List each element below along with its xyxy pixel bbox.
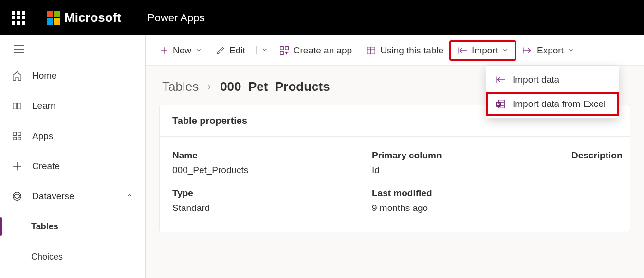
toolbar-label: New <box>173 45 191 56</box>
sidebar-item-label: Learn <box>32 101 56 111</box>
label-name: Name <box>172 145 372 162</box>
plus-icon <box>159 46 169 55</box>
microsoft-logo-icon <box>47 11 60 25</box>
sidebar: Home Learn Apps Create Dataverse <box>0 35 146 278</box>
import-data-option[interactable]: Import data <box>486 68 619 92</box>
export-button[interactable]: Export <box>515 41 581 60</box>
export-icon <box>522 46 533 55</box>
sidebar-item-label: Home <box>32 70 57 81</box>
grid-icon <box>12 131 22 141</box>
import-icon <box>457 46 468 55</box>
sidebar-item-label: Create <box>32 161 60 172</box>
sidebar-item-dataverse[interactable]: Dataverse <box>0 181 145 211</box>
sidebar-item-label: Tables <box>31 222 58 232</box>
svg-rect-6 <box>18 137 21 140</box>
plus-icon <box>12 161 22 172</box>
svg-rect-5 <box>13 137 16 140</box>
edit-split-button[interactable] <box>252 42 272 58</box>
label-last-modified: Last modified <box>372 183 571 200</box>
svg-rect-14 <box>280 51 283 54</box>
import-icon <box>495 75 506 85</box>
import-button[interactable]: Import <box>450 41 515 60</box>
sidebar-item-label: Apps <box>32 131 53 141</box>
excel-icon <box>495 99 506 109</box>
svg-rect-17 <box>367 47 375 54</box>
toolbar-label: Edit <box>229 45 245 56</box>
toolbar-label: Create an app <box>294 45 352 56</box>
import-excel-option[interactable]: Import data from Excel <box>486 92 619 116</box>
svg-rect-13 <box>285 46 288 49</box>
sidebar-item-label: Choices <box>31 252 63 262</box>
app-launcher-icon[interactable] <box>12 11 25 25</box>
svg-rect-4 <box>18 132 21 135</box>
chevron-down-icon <box>195 45 202 56</box>
sidebar-item-learn[interactable]: Learn <box>0 91 145 121</box>
new-button[interactable]: New <box>152 41 209 60</box>
label-description: Description <box>571 145 623 162</box>
chevron-up-icon <box>126 191 133 202</box>
value-name: 000_Pet_Products <box>172 165 372 180</box>
edit-button[interactable]: Edit <box>209 41 252 60</box>
sidebar-item-choices[interactable]: Choices <box>0 242 145 272</box>
dropdown-item-label: Import data from Excel <box>513 99 606 109</box>
command-bar: New Edit Create an app <box>146 35 644 66</box>
chevron-down-icon <box>502 45 509 56</box>
toolbar-label: Using this table <box>380 45 443 56</box>
label-primary-column: Primary column <box>372 145 571 162</box>
svg-rect-3 <box>13 132 16 135</box>
value-type: Standard <box>172 203 372 218</box>
import-dropdown: Import data Import data from Excel <box>486 66 619 118</box>
breadcrumb-current: 000_Pet_Products <box>220 79 330 94</box>
sidebar-item-create[interactable]: Create <box>0 151 145 181</box>
chevron-right-icon <box>205 79 213 94</box>
book-icon <box>12 101 22 111</box>
chevron-down-icon <box>568 45 574 56</box>
content-area: New Edit Create an app <box>146 35 644 278</box>
create-app-icon <box>279 45 290 56</box>
value-primary-column: Id <box>372 165 571 180</box>
label-type: Type <box>172 183 372 200</box>
toolbar-label: Export <box>537 45 564 56</box>
global-header: Microsoft Power Apps <box>0 0 644 35</box>
chevron-down-icon <box>256 46 268 54</box>
dropdown-item-label: Import data <box>513 74 559 85</box>
pencil-icon <box>216 46 225 55</box>
dataverse-icon <box>12 191 22 202</box>
sidebar-item-home[interactable]: Home <box>0 61 145 91</box>
home-icon <box>12 70 22 81</box>
value-description <box>571 165 623 180</box>
sidebar-item-apps[interactable]: Apps <box>0 121 145 151</box>
svg-rect-12 <box>280 46 283 49</box>
breadcrumb-root[interactable]: Tables <box>162 79 199 94</box>
sidebar-item-label: Dataverse <box>32 191 74 202</box>
toolbar-label: Import <box>472 45 498 56</box>
brand-logo: Microsoft <box>47 10 121 25</box>
app-name: Power Apps <box>147 12 204 24</box>
value-last-modified: 9 months ago <box>372 203 571 218</box>
sidebar-item-tables[interactable]: Tables <box>0 211 145 242</box>
using-table-button[interactable]: Using this table <box>359 41 450 60</box>
brand-text: Microsoft <box>64 10 121 25</box>
create-app-button[interactable]: Create an app <box>272 41 359 60</box>
table-icon <box>366 45 376 56</box>
table-properties-card: Table properties Name Primary column Des… <box>159 105 630 232</box>
sidebar-toggle-button[interactable] <box>0 37 145 61</box>
